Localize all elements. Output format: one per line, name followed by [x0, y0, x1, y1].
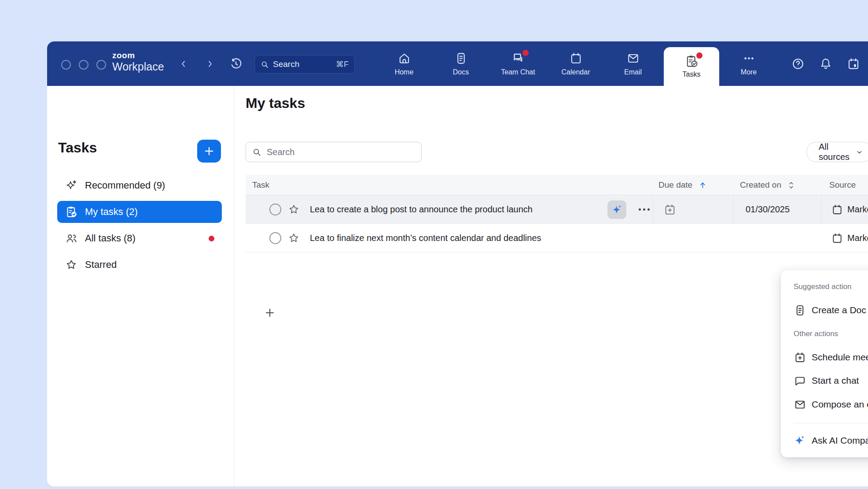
tab-tasks[interactable]: Tasks	[664, 47, 719, 86]
main-content: My tasks All sources Task Due date	[235, 86, 868, 486]
column-divider	[653, 195, 653, 223]
star-icon	[288, 204, 300, 215]
search-icon	[261, 60, 269, 69]
suggested-actions-menu: Suggested action Create a Doc Other acti…	[781, 270, 868, 457]
calendar-icon	[831, 204, 843, 215]
column-divider	[733, 195, 734, 223]
clipboard-check-icon	[65, 205, 78, 219]
notification-badge	[696, 52, 702, 59]
source-cell: Marketing	[831, 195, 868, 224]
tab-team-chat[interactable]: Team Chat	[492, 41, 544, 86]
tab-label: Docs	[453, 68, 469, 76]
docs-icon	[455, 52, 467, 66]
task-row[interactable]: Lea to create a blog post to announce th…	[246, 195, 868, 224]
column-created-on[interactable]: Created on	[740, 175, 795, 195]
tab-label: More	[741, 68, 757, 76]
sidebar-item-all-tasks[interactable]: All tasks (8)	[57, 227, 222, 249]
task-row[interactable]: Lea to finalize next month’s content cal…	[246, 224, 868, 252]
tab-calendar[interactable]: Calendar	[550, 41, 602, 86]
menu-item-label: Start a chat	[812, 375, 859, 386]
global-search-placeholder: Search	[273, 59, 299, 69]
tab-label: Tasks	[683, 70, 701, 78]
task-search-input[interactable]	[267, 147, 399, 157]
help-button[interactable]	[789, 55, 807, 73]
sidebar: Tasks Recommended (9)	[47, 86, 234, 486]
tab-docs[interactable]: Docs	[435, 41, 487, 86]
email-icon	[627, 52, 640, 66]
sidebar-title: Tasks	[58, 140, 97, 156]
menu-section-label: Other actions	[794, 330, 838, 338]
calendar-shortcut-button[interactable]	[844, 55, 863, 73]
add-task-button[interactable]	[197, 140, 221, 163]
global-search[interactable]: Search ⌘F	[254, 55, 355, 74]
more-icon	[743, 52, 755, 66]
calendar-icon	[570, 52, 582, 66]
people-icon	[65, 232, 78, 245]
tab-email[interactable]: Email	[607, 41, 659, 86]
task-checkbox[interactable]	[269, 224, 281, 252]
star-toggle[interactable]	[288, 195, 300, 224]
more-icon	[639, 208, 650, 211]
window-control[interactable]	[61, 60, 71, 70]
table-header: Task Due date Created on Source	[246, 175, 868, 195]
window-control[interactable]	[96, 60, 106, 70]
sidebar-item-label: Recommended (9)	[85, 180, 165, 191]
tab-home[interactable]: Home	[378, 41, 430, 86]
tab-label: Home	[395, 68, 414, 76]
sparkle-icon	[65, 179, 78, 192]
menu-item-compose-email[interactable]: Compose an email	[781, 393, 868, 416]
due-date-add[interactable]	[664, 195, 676, 224]
chat-bubble-icon	[794, 374, 806, 387]
menu-divider	[794, 423, 868, 423]
star-toggle[interactable]	[288, 224, 300, 252]
tab-label: Team Chat	[501, 68, 535, 76]
column-due-date[interactable]: Due date	[658, 175, 707, 195]
team-chat-icon	[511, 52, 525, 66]
ai-companion-icon	[611, 204, 623, 215]
menu-item-label: Compose an email	[812, 399, 868, 410]
help-icon	[791, 57, 805, 70]
history-button[interactable]	[227, 55, 245, 73]
calendar-day-icon	[847, 57, 860, 70]
notification-badge	[522, 50, 529, 56]
sort-ascending-icon	[699, 181, 707, 189]
menu-item-start-chat[interactable]: Start a chat	[781, 369, 868, 393]
plus-icon	[264, 307, 276, 319]
menu-item-label: Schedule meeting	[812, 352, 868, 363]
menu-item-create-doc[interactable]: Create a Doc	[781, 298, 868, 322]
forward-button[interactable]	[202, 56, 218, 72]
notifications-button[interactable]	[817, 55, 835, 73]
menu-item-schedule-meeting[interactable]: Schedule meeting	[781, 345, 868, 369]
menu-item-label: Ask AI Companion	[812, 435, 868, 446]
history-icon	[230, 58, 242, 70]
star-icon	[288, 232, 300, 244]
search-shortcut: ⌘F	[336, 59, 349, 69]
page-title: My tasks	[246, 95, 305, 111]
row-more-button[interactable]	[639, 195, 650, 224]
tab-more[interactable]: More	[723, 41, 775, 86]
home-icon	[398, 52, 411, 66]
bell-icon	[819, 57, 832, 70]
sort-both-icon	[787, 181, 795, 189]
sidebar-item-label: Starred	[85, 259, 117, 270]
window-control[interactable]	[79, 60, 88, 70]
search-icon	[252, 148, 261, 157]
ai-companion-button[interactable]	[607, 195, 626, 224]
sidebar-item-starred[interactable]: Starred	[57, 254, 222, 276]
sidebar-list: Recommended (9) My tasks (2)	[57, 174, 222, 280]
task-checkbox[interactable]	[269, 195, 281, 224]
brand-product: Workplace	[112, 61, 164, 72]
top-bar: zoom Workplace Search ⌘F	[47, 41, 868, 86]
source-filter-dropdown[interactable]: All sources	[806, 142, 868, 162]
unread-badge	[209, 236, 214, 241]
menu-item-ask-ai-companion[interactable]: Ask AI Companion	[781, 429, 868, 452]
task-title: Lea to finalize next month’s content cal…	[310, 224, 541, 252]
email-icon	[794, 398, 806, 411]
task-search[interactable]	[246, 142, 422, 162]
back-button[interactable]	[175, 56, 192, 72]
sidebar-item-my-tasks[interactable]: My tasks (2)	[57, 201, 222, 223]
created-on-cell: 01/30/2025	[746, 195, 790, 224]
add-row-button[interactable]	[261, 304, 279, 322]
sidebar-item-recommended[interactable]: Recommended (9)	[57, 174, 222, 196]
tasks-icon	[685, 55, 699, 68]
